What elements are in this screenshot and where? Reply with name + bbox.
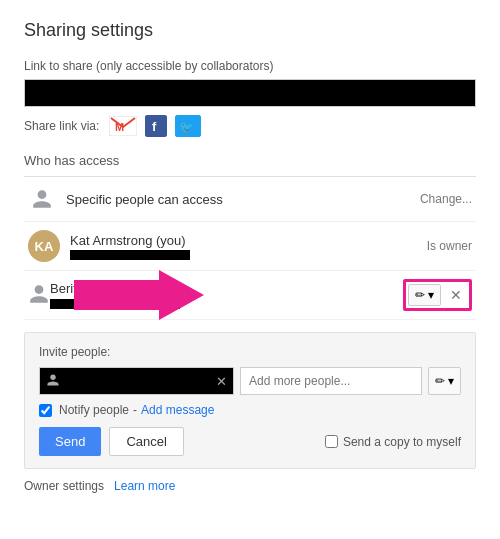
link-section-label: Link to share (only accessible by collab… bbox=[24, 59, 476, 73]
clear-invite-button[interactable]: ✕ bbox=[216, 374, 227, 389]
who-has-access-heading: Who has access bbox=[24, 153, 476, 168]
owner-settings-label: Owner settings bbox=[24, 479, 104, 493]
share-via-label: Share link via: bbox=[24, 119, 99, 133]
access-row-berith: Berith My Galveston ✏ ▾ ✕ bbox=[24, 271, 476, 320]
invite-permission-button[interactable]: ✏ ▾ bbox=[428, 367, 461, 395]
action-row: Send Cancel Send a copy to myself bbox=[39, 427, 461, 456]
copy-row: Send a copy to myself bbox=[325, 435, 461, 449]
owner-settings-row: Owner settings Learn more bbox=[24, 479, 476, 493]
berith-name: Berith My Galveston bbox=[50, 281, 167, 296]
kat-name: Kat Armstrong (you) bbox=[70, 233, 186, 248]
copy-label: Send a copy to myself bbox=[343, 435, 461, 449]
kat-email bbox=[70, 250, 190, 260]
berith-email bbox=[50, 299, 180, 309]
invite-person-icon bbox=[46, 373, 60, 390]
pencil-icon: ✏ bbox=[415, 288, 425, 302]
notify-label: Notify people bbox=[59, 403, 129, 417]
invite-section: Invite people: ✕ ✏ ▾ Notify people - Add… bbox=[24, 332, 476, 469]
is-owner-label: Is owner bbox=[427, 239, 472, 253]
remove-user-button[interactable]: ✕ bbox=[445, 285, 467, 305]
svg-text:🐦: 🐦 bbox=[179, 119, 194, 134]
copy-checkbox[interactable] bbox=[325, 435, 338, 448]
add-more-input[interactable] bbox=[240, 367, 422, 395]
specific-people-text: Specific people can access bbox=[66, 192, 223, 207]
learn-more-link[interactable]: Learn more bbox=[114, 479, 175, 493]
invite-dropdown-arrow: ▾ bbox=[448, 374, 454, 388]
invite-pencil-icon: ✏ bbox=[435, 374, 445, 388]
dropdown-arrow: ▾ bbox=[428, 288, 434, 302]
notify-row: Notify people - Add message bbox=[39, 403, 461, 417]
send-button[interactable]: Send bbox=[39, 427, 101, 456]
page-title: Sharing settings bbox=[24, 20, 476, 41]
svg-text:M: M bbox=[115, 121, 124, 133]
action-buttons: Send Cancel bbox=[39, 427, 184, 456]
svg-text:f: f bbox=[152, 119, 157, 134]
permission-controls[interactable]: ✏ ▾ ✕ bbox=[403, 279, 472, 311]
invite-input-row: ✕ ✏ ▾ bbox=[39, 367, 461, 395]
access-row-specific: Specific people can access Change... bbox=[24, 177, 476, 222]
berith-person-icon bbox=[28, 283, 50, 308]
add-message-link[interactable]: Add message bbox=[141, 403, 214, 417]
person-icon bbox=[28, 185, 56, 213]
twitter-icon[interactable]: 🐦 bbox=[175, 115, 201, 137]
cancel-button[interactable]: Cancel bbox=[109, 427, 183, 456]
notify-checkbox[interactable] bbox=[39, 404, 52, 417]
edit-permission-button[interactable]: ✏ ▾ bbox=[408, 284, 441, 306]
change-button[interactable]: Change... bbox=[420, 192, 472, 206]
access-row-kat: KA Kat Armstrong (you) Is owner bbox=[24, 222, 476, 271]
invite-input-wrapper[interactable]: ✕ bbox=[39, 367, 234, 395]
share-link-input[interactable] bbox=[24, 79, 476, 107]
facebook-icon[interactable]: f bbox=[145, 115, 167, 137]
kat-avatar: KA bbox=[28, 230, 60, 262]
invited-email-input[interactable] bbox=[66, 374, 216, 388]
gmail-icon[interactable]: M bbox=[109, 116, 137, 136]
invite-label: Invite people: bbox=[39, 345, 461, 359]
